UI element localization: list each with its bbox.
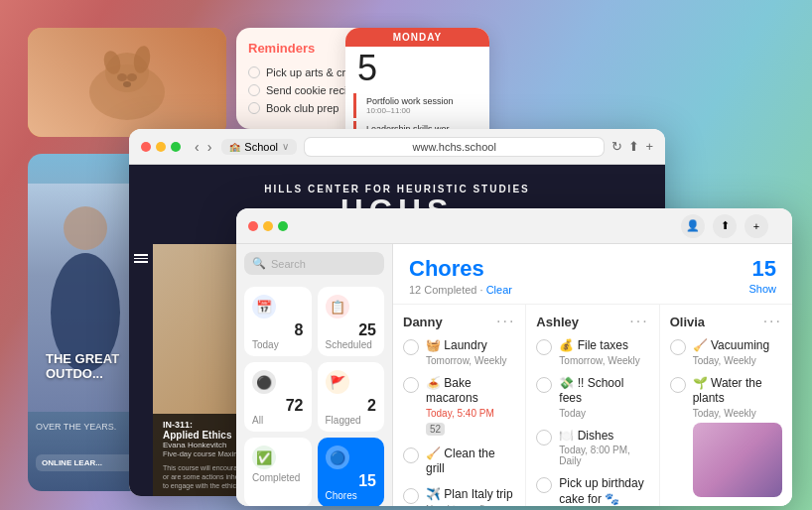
italy-checkbox[interactable]: [403, 488, 419, 504]
task-italy: ✈️ Plan Italy trip Need to confirm wheth…: [403, 487, 515, 506]
reminders-sidebar: 🔍 Search 📅 8 Today 📋 25 Scheduled ⚫ 72: [236, 244, 393, 506]
task-taxes: 💰 File taxes Tomorrow, Weekly: [536, 338, 648, 366]
reload-button[interactable]: ↻: [611, 139, 622, 154]
dishes-checkbox[interactable]: [536, 430, 552, 446]
app-toolbar: 👤 ⬆ +: [669, 214, 780, 238]
calendar-event-1-title: Portfolio work session: [366, 96, 472, 106]
vacuuming-content: 🧹 Vacuuming Today, Weekly: [693, 338, 770, 366]
smart-list-flagged[interactable]: 🚩 2 Flagged: [318, 362, 385, 432]
chores-header: Chores 15 12 Completed · Clear Show: [393, 244, 792, 305]
task-school-fees: 💸 !! School fees Today: [536, 376, 648, 419]
hamburger-menu[interactable]: [134, 254, 148, 263]
share-toolbar-icon[interactable]: ⬆: [713, 214, 737, 238]
smart-list-today[interactable]: 📅 8 Today: [244, 287, 312, 356]
scheduled-label: Scheduled: [326, 339, 377, 350]
fees-checkbox[interactable]: [536, 377, 552, 393]
task-plants: 🌱 Water the plants Today, Weekly: [670, 376, 782, 497]
reminders-main-content: Chores 15 12 Completed · Clear Show Dann…: [393, 244, 792, 506]
vacuuming-checkbox[interactable]: [670, 339, 686, 355]
flagged-label: Flagged: [326, 415, 377, 426]
share-button[interactable]: ⬆: [628, 139, 639, 154]
left-panel-text-area: THE GREAT OUTDO... OVER THE YEARS.: [36, 422, 135, 432]
task-sparky-cake: Pick up birthday cake for 🐾 Sparky: [536, 476, 648, 506]
chores-label: Chores: [326, 490, 377, 501]
smart-list-completed[interactable]: ✅ Completed: [244, 438, 312, 506]
dishes-title: 🍽️ Dishes: [559, 429, 648, 445]
calendar-event-1-time: 10:00–11:00: [366, 106, 472, 115]
vacuuming-title: 🧹 Vacuuming: [693, 338, 770, 354]
danny-name: Danny: [403, 315, 443, 329]
plants-checkbox[interactable]: [670, 377, 686, 393]
close-button[interactable]: [141, 142, 151, 152]
flagged-icon: 🚩: [326, 370, 349, 394]
dog-silhouette-icon: [68, 38, 187, 127]
ashley-header: Ashley ···: [536, 313, 648, 330]
reminder-text-2: Send cookie reci...: [266, 84, 356, 96]
reminder-circle-3: [248, 102, 260, 114]
search-bar[interactable]: 🔍 Search: [244, 252, 384, 275]
laundry-content: 🧺 Laundry Tomorrow, Weekly: [426, 338, 507, 366]
school-nav: [129, 244, 153, 496]
svg-point-5: [127, 73, 137, 81]
danny-options[interactable]: ···: [496, 313, 515, 330]
address-bar[interactable]: [305, 138, 604, 156]
plants-title: 🌱 Water the plants: [693, 376, 782, 407]
person-toolbar-icon[interactable]: 👤: [681, 214, 705, 238]
column-danny: Danny ··· 🧺 Laundry Tomorrow, Weekly: [393, 305, 526, 506]
add-toolbar-icon[interactable]: +: [744, 214, 768, 238]
task-macarons: 🍝 Bake macarons Today, 5:40 PM 52: [403, 376, 515, 437]
completed-label: Completed: [252, 472, 304, 483]
calendar-day: MONDAY: [345, 28, 489, 47]
reminders-app-titlebar: 👤 ⬆ +: [236, 208, 792, 244]
italy-title: ✈️ Plan Italy trip: [426, 487, 515, 503]
macarons-checkbox[interactable]: [403, 377, 419, 393]
smart-lists-grid: 📅 8 Today 📋 25 Scheduled ⚫ 72 All 🚩 2: [236, 283, 392, 506]
app-traffic-lights: [248, 221, 288, 231]
app-close-button[interactable]: [248, 221, 258, 231]
grill-checkbox[interactable]: [403, 447, 419, 463]
search-icon: 🔍: [252, 257, 266, 270]
add-tab-button[interactable]: +: [645, 139, 653, 154]
forward-button[interactable]: ›: [205, 139, 214, 155]
show-link[interactable]: Show: [748, 283, 776, 295]
app-minimize-button[interactable]: [263, 221, 273, 231]
sparky-cake-checkbox[interactable]: [536, 477, 552, 493]
left-panel-card: THE GREAT OUTDO... OVER THE YEARS. ONLIN…: [28, 154, 143, 491]
back-button[interactable]: ‹: [193, 139, 202, 155]
olivia-options[interactable]: ···: [763, 313, 782, 330]
outdoor-sub-text: OVER THE YEARS.: [36, 422, 135, 432]
completed-icon: ✅: [252, 446, 276, 469]
tab-school[interactable]: 🏫 School ∨: [221, 139, 297, 155]
maximize-button[interactable]: [171, 142, 181, 152]
plants-content: 🌱 Water the plants Today, Weekly: [693, 376, 782, 497]
dishes-content: 🍽️ Dishes Today, 8:00 PM, Daily: [559, 429, 648, 467]
smart-list-scheduled[interactable]: 📋 25 Scheduled: [318, 287, 385, 356]
ashley-options[interactable]: ···: [629, 313, 648, 330]
clear-link[interactable]: Clear: [486, 284, 512, 296]
calendar-event-1: Portfolio work session 10:00–11:00: [353, 93, 481, 118]
smart-list-all[interactable]: ⚫ 72 All: [244, 362, 312, 432]
all-icon: ⚫: [252, 370, 276, 394]
app-maximize-button[interactable]: [278, 221, 288, 231]
task-columns: Danny ··· 🧺 Laundry Tomorrow, Weekly: [393, 305, 792, 506]
minimize-button[interactable]: [156, 142, 166, 152]
smart-list-chores[interactable]: 🔵 15 Chores: [318, 438, 385, 506]
laundry-sub: Tomorrow, Weekly: [426, 355, 507, 366]
flowers-photo-image: [693, 423, 782, 497]
italy-sub: Need to confirm whether we should fly to…: [426, 504, 515, 506]
svg-point-4: [117, 73, 127, 81]
grill-title: 🧹 Clean the grill: [426, 446, 515, 477]
task-laundry: 🧺 Laundry Tomorrow, Weekly: [403, 338, 515, 366]
laundry-checkbox[interactable]: [403, 339, 419, 355]
taxes-sub: Tomorrow, Weekly: [559, 355, 640, 366]
all-count: 72: [252, 397, 304, 415]
sparky-cake-content: Pick up birthday cake for 🐾 Sparky: [559, 476, 648, 506]
taxes-content: 💰 File taxes Tomorrow, Weekly: [559, 338, 640, 366]
online-banner-text: ONLINE LEAR...: [42, 458, 129, 467]
chores-count: 15: [326, 472, 377, 490]
fees-content: 💸 !! School fees Today: [559, 376, 648, 419]
all-label: All: [252, 415, 304, 426]
dog-widget-card: [28, 28, 226, 137]
taxes-checkbox[interactable]: [536, 339, 552, 355]
search-placeholder: Search: [271, 258, 306, 270]
